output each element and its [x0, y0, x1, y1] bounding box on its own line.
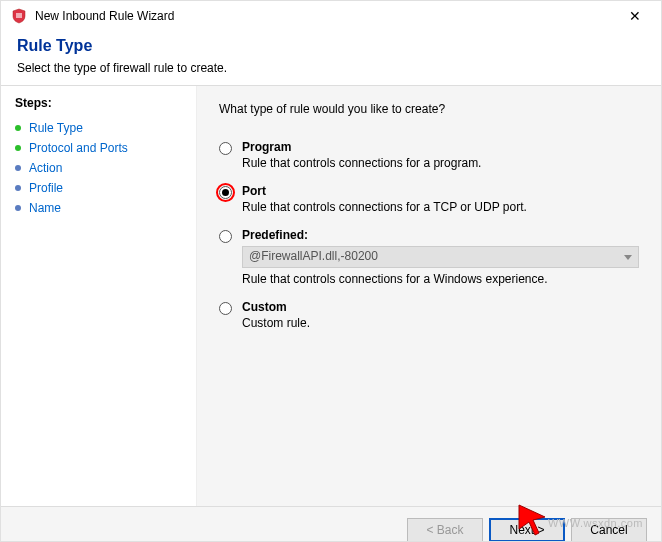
option-desc: Rule that controls connections for a TCP… — [242, 200, 639, 214]
window-title: New Inbound Rule Wizard — [35, 9, 619, 23]
header: Rule Type Select the type of firewall ru… — [1, 31, 661, 85]
step-action[interactable]: Action — [15, 158, 182, 178]
option-label: Port — [242, 184, 639, 198]
radio-predefined[interactable] — [219, 230, 232, 243]
page-subtitle: Select the type of firewall rule to crea… — [17, 61, 645, 75]
step-rule-type[interactable]: Rule Type — [15, 118, 182, 138]
step-bullet-icon — [15, 185, 21, 191]
step-name[interactable]: Name — [15, 198, 182, 218]
option-body: Program Rule that controls connections f… — [242, 140, 639, 170]
option-body: Predefined: @FirewallAPI.dll,-80200 Rule… — [242, 228, 639, 286]
footer: < Back Next > Cancel — [1, 506, 661, 542]
cancel-button[interactable]: Cancel — [571, 518, 647, 542]
content-pane: What type of rule would you like to crea… — [197, 86, 661, 506]
radio-custom[interactable] — [219, 302, 232, 315]
wizard-body: Steps: Rule Type Protocol and Ports Acti… — [1, 86, 661, 506]
option-desc: Rule that controls connections for a pro… — [242, 156, 639, 170]
option-body: Custom Custom rule. — [242, 300, 639, 330]
option-label: Custom — [242, 300, 639, 314]
step-label: Profile — [29, 181, 63, 195]
step-bullet-icon — [15, 145, 21, 151]
next-button[interactable]: Next > — [489, 518, 565, 542]
radio-program[interactable] — [219, 142, 232, 155]
step-bullet-icon — [15, 205, 21, 211]
option-predefined[interactable]: Predefined: @FirewallAPI.dll,-80200 Rule… — [219, 228, 639, 286]
option-program[interactable]: Program Rule that controls connections f… — [219, 140, 639, 170]
step-label: Rule Type — [29, 121, 83, 135]
steps-heading: Steps: — [15, 96, 182, 110]
steps-sidebar: Steps: Rule Type Protocol and Ports Acti… — [1, 86, 197, 506]
svg-rect-0 — [16, 13, 22, 18]
option-port[interactable]: Port Rule that controls connections for … — [219, 184, 639, 214]
step-label: Protocol and Ports — [29, 141, 128, 155]
option-desc: Custom rule. — [242, 316, 639, 330]
option-custom[interactable]: Custom Custom rule. — [219, 300, 639, 330]
step-profile[interactable]: Profile — [15, 178, 182, 198]
step-bullet-icon — [15, 165, 21, 171]
back-button: < Back — [407, 518, 483, 542]
titlebar: New Inbound Rule Wizard ✕ — [1, 1, 661, 31]
step-label: Name — [29, 201, 61, 215]
radio-port[interactable] — [219, 186, 232, 199]
step-label: Action — [29, 161, 62, 175]
option-label: Predefined: — [242, 228, 639, 242]
app-icon — [11, 8, 27, 24]
option-body: Port Rule that controls connections for … — [242, 184, 639, 214]
close-button[interactable]: ✕ — [619, 4, 651, 28]
step-bullet-icon — [15, 125, 21, 131]
page-title: Rule Type — [17, 37, 645, 55]
option-desc: Rule that controls connections for a Win… — [242, 272, 639, 286]
predefined-select[interactable]: @FirewallAPI.dll,-80200 — [242, 246, 639, 268]
option-label: Program — [242, 140, 639, 154]
step-protocol-ports[interactable]: Protocol and Ports — [15, 138, 182, 158]
rule-type-prompt: What type of rule would you like to crea… — [219, 102, 639, 116]
